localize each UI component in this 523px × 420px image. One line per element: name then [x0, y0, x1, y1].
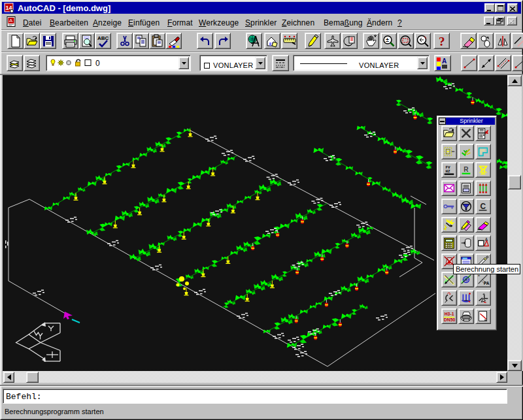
svg-text:PA: PA: [484, 281, 490, 285]
svg-text:ABC: ABC: [97, 35, 109, 41]
svg-text:A: A: [442, 57, 447, 65]
svg-text:?: ?: [439, 35, 445, 48]
svg-text:0: 0: [95, 59, 100, 68]
svg-text:=: =: [478, 274, 480, 278]
svg-text:C: C: [480, 202, 486, 211]
svg-text:H3-1: H3-1: [445, 312, 454, 316]
svg-text:R: R: [464, 166, 469, 173]
svg-text:HZ: HZ: [446, 169, 451, 174]
svg-text:DN50: DN50: [444, 317, 456, 322]
svg-text:A: A: [485, 237, 488, 242]
svg-text:±: ±: [386, 37, 389, 43]
